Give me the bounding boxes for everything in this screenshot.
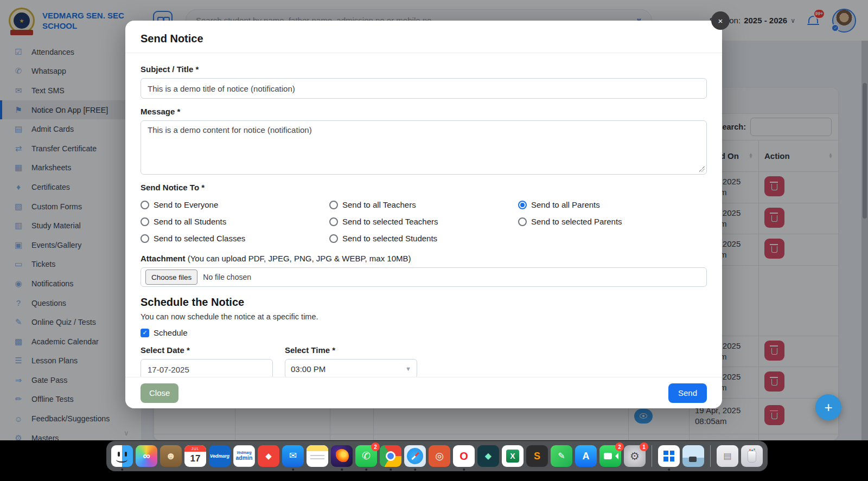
dock-excel-icon[interactable]	[502, 445, 524, 467]
duckduckgo-glyph: ◎	[435, 451, 444, 461]
dock-windows-icon[interactable]	[658, 445, 680, 467]
radio-label: Send to selected Parents	[531, 217, 622, 226]
send-button[interactable]: Send	[668, 383, 707, 403]
date-time-row: Select Date * Select Time * 03:00 PM ▼	[141, 337, 707, 377]
dock-anydesk-icon[interactable]: ◆	[258, 445, 279, 467]
dock-label: Vedmarg	[210, 454, 229, 459]
dock-label: admin	[236, 455, 253, 461]
dock-sublime-icon[interactable]: S	[526, 445, 548, 467]
close-button[interactable]: Close	[141, 383, 178, 403]
schedule-description: You can now schedule the notice at a spe…	[141, 312, 707, 321]
select-time-dropdown[interactable]: 03:00 PM ▼	[285, 359, 417, 377]
radio-send-to-all-students[interactable]: Send to all Students	[141, 213, 329, 230]
radio-label: Send to all Teachers	[342, 200, 416, 209]
opera-glyph: O	[459, 451, 468, 462]
dock-badge: 1	[640, 442, 648, 451]
dock-firefox-icon[interactable]	[331, 445, 353, 467]
radio-send-to-all-parents[interactable]: Send to all Parents	[518, 196, 707, 213]
dock-notes-icon[interactable]	[307, 445, 328, 467]
no-file-text: No file chosen	[203, 273, 251, 281]
modal-footer: Close Send	[125, 377, 722, 408]
radio-button[interactable]	[141, 234, 149, 243]
radio-label: Send to selected Students	[342, 234, 437, 243]
radio-button[interactable]	[141, 217, 149, 226]
radio-label: Send to all Students	[154, 217, 226, 226]
schedule-checkbox-row[interactable]: ✓ Schedule	[141, 328, 707, 337]
dock-opera-icon[interactable]: O	[453, 445, 475, 467]
running-indicator-dot	[365, 469, 367, 471]
dock-contacts-icon[interactable]: ☻	[160, 445, 182, 467]
select-time-label: Select Time *	[285, 345, 417, 355]
running-indicator-dot	[390, 469, 392, 471]
radio-send-to-selected-parents[interactable]: Send to selected Parents	[518, 213, 707, 230]
radio-button[interactable]	[518, 217, 527, 226]
contacts-glyph: ☻	[165, 451, 176, 461]
dock-vedmarg-admin-icon[interactable]: Vedmargadmin	[233, 445, 255, 467]
subject-input[interactable]	[141, 78, 707, 99]
radio-label: Send to all Parents	[531, 200, 600, 209]
dock-safari-icon[interactable]	[404, 445, 426, 467]
dock-filmora-icon[interactable]: ◆	[477, 445, 499, 467]
message-textarea[interactable]	[141, 120, 707, 175]
radio-send-to-selected-students[interactable]: Send to selected Students	[329, 230, 518, 247]
dock-app-store-icon[interactable]: A	[575, 445, 597, 467]
radio-button[interactable]	[518, 201, 527, 209]
running-indicator-dot	[292, 469, 294, 471]
add-notice-fab[interactable]: +	[815, 394, 841, 420]
radio-button[interactable]	[329, 201, 338, 209]
radio-button[interactable]	[141, 201, 149, 209]
app-store-glyph: A	[583, 451, 590, 461]
radio-label: Send to selected Classes	[154, 234, 245, 243]
radio-label: Send to Everyone	[154, 200, 218, 209]
schedule-checkbox[interactable]: ✓	[141, 329, 149, 337]
dock-separator	[652, 445, 652, 467]
dock-finder-icon[interactable]	[111, 445, 133, 467]
dock-pencil-editor-icon[interactable]: ✎	[551, 445, 572, 467]
whatsapp-glyph: ✆	[362, 451, 371, 461]
dropdown-caret-icon: ▼	[405, 365, 411, 372]
dock-printer-icon[interactable]: ▤	[717, 445, 738, 467]
attachment-label: Attachment	[141, 254, 186, 263]
radio-button[interactable]	[329, 217, 338, 226]
anydesk-glyph: ◆	[265, 452, 272, 460]
dock-duckduckgo-icon[interactable]: ◎	[429, 445, 450, 467]
dock-badge: 2	[615, 442, 624, 451]
attachment-note: (You can upload PDF, JPEG, PNG, JPG & WE…	[188, 254, 411, 263]
send-to-label: Send Notice To *	[141, 183, 707, 192]
dock: ∞☻JUL17VedmargVedmargadmin◆✉✆2◎O◆S✎A2⚙1▤	[106, 441, 768, 471]
sublime-glyph: S	[534, 451, 540, 461]
dock-separator	[710, 445, 711, 467]
filmora-glyph: ◆	[485, 452, 492, 461]
dock-desktop-preview-icon[interactable]	[682, 445, 704, 467]
radio-send-to-everyone[interactable]: Send to Everyone	[141, 196, 329, 213]
dock-vedmarg-icon[interactable]: Vedmarg	[209, 445, 231, 467]
modal-body: Subject / Title * Message * Send Notice …	[125, 54, 722, 377]
dock-whatsapp-icon[interactable]: ✆2	[355, 445, 377, 467]
select-date-input[interactable]	[141, 359, 273, 377]
mail-glyph: ✉	[289, 451, 297, 461]
radio-send-to-selected-classes[interactable]: Send to selected Classes	[141, 230, 329, 247]
select-date-label: Select Date *	[141, 345, 273, 355]
running-indicator-dot	[463, 469, 465, 471]
printer-glyph: ▤	[723, 452, 731, 461]
modal-title: Send Notice	[125, 21, 722, 53]
subject-label: Subject / Title *	[141, 65, 707, 74]
dock-settings-icon[interactable]: ⚙1	[624, 445, 646, 467]
running-indicator-dot	[341, 469, 343, 471]
attachment-file-input[interactable]: Choose files No file chosen	[141, 267, 707, 287]
radio-send-to-all-teachers[interactable]: Send to all Teachers	[329, 196, 518, 213]
dock-facetime-icon[interactable]: 2	[599, 445, 621, 467]
schedule-heading: Schedule the Notice	[141, 296, 707, 309]
radio-send-to-selected-teachers[interactable]: Send to selected Teachers	[329, 213, 518, 230]
dock-trash-icon[interactable]	[741, 445, 763, 467]
dock-photos-icon[interactable]: ∞	[136, 445, 157, 467]
modal-close-button[interactable]: ×	[711, 11, 730, 30]
dock-mail-icon[interactable]: ✉	[282, 445, 304, 467]
radio-button[interactable]	[329, 234, 338, 243]
choose-files-button[interactable]: Choose files	[145, 270, 197, 285]
dock-calendar-icon[interactable]: JUL17	[184, 445, 206, 467]
dock-chrome-icon[interactable]	[380, 445, 401, 467]
schedule-checkbox-label: Schedule	[154, 328, 188, 337]
select-time-value: 03:00 PM	[291, 364, 326, 374]
pencil-editor-glyph: ✎	[558, 452, 565, 461]
